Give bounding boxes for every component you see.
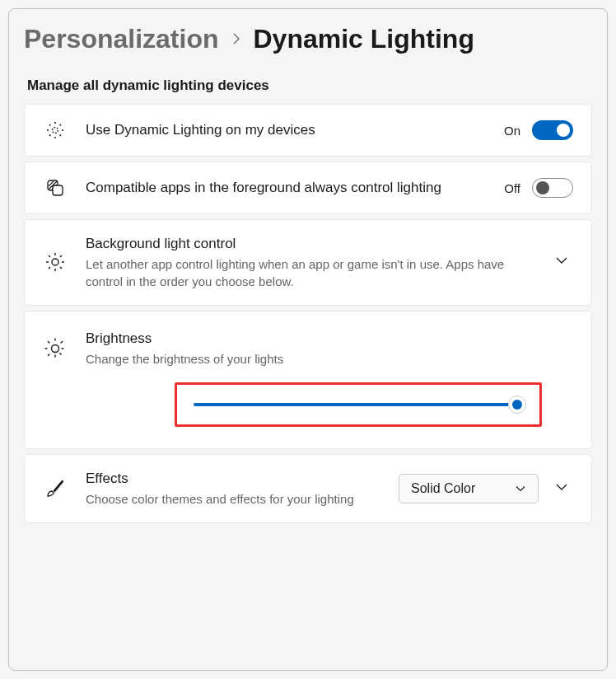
svg-point-13 [52,344,59,352]
brightness-slider-highlight [175,382,542,427]
effects-selected-value: Solid Color [411,481,475,496]
brush-icon [43,478,68,499]
setting-title: Background light control [86,235,532,254]
breadcrumb-parent[interactable]: Personalization [24,24,219,54]
chevron-right-icon [231,30,242,49]
effects-select[interactable]: Solid Color [399,474,539,503]
svg-line-19 [60,354,63,356]
setting-title: Compatible apps in the foreground always… [86,179,486,198]
svg-point-12 [52,259,58,265]
svg-point-1 [49,124,61,136]
svg-point-9 [59,134,61,136]
breadcrumb-current: Dynamic Lighting [254,24,474,54]
svg-line-21 [49,354,51,356]
toggle-state-label: Off [504,181,520,195]
svg-point-2 [54,122,56,124]
apps-icon [43,177,68,199]
use-dynamic-lighting-toggle[interactable] [532,120,573,140]
gear-icon [43,251,68,273]
setting-title: Effects [86,470,380,489]
svg-point-7 [59,124,61,126]
chevron-down-icon [515,483,526,494]
background-light-control-row[interactable]: Background light control Let another app… [24,219,592,306]
svg-rect-11 [53,185,63,195]
svg-point-0 [53,128,58,133]
use-dynamic-lighting-row: Use Dynamic Lighting on my devices On [24,104,592,157]
svg-point-3 [54,137,56,138]
expand-button[interactable] [550,249,573,275]
setting-title: Brightness [86,330,573,349]
brightness-row: Brightness Change the brightness of your… [24,311,592,449]
brightness-slider[interactable] [194,403,523,406]
svg-point-5 [62,129,63,131]
toggle-state-label: On [504,124,520,138]
svg-line-20 [60,341,63,344]
section-title: Manage all dynamic lighting devices [24,77,592,94]
svg-point-4 [47,129,49,131]
setting-title: Use Dynamic Lighting on my devices [86,121,486,140]
compatible-apps-row: Compatible apps in the foreground always… [24,162,592,214]
dynamic-lighting-icon [43,119,68,141]
setting-description: Change the brightness of your lights [86,350,573,368]
breadcrumb: Personalization Dynamic Lighting [24,24,592,54]
compatible-apps-toggle[interactable] [532,178,573,198]
effects-row: Effects Choose color themes and effects … [24,454,592,523]
svg-line-18 [49,341,51,344]
svg-point-8 [49,134,51,136]
slider-thumb[interactable] [508,396,526,414]
brightness-icon [43,337,68,360]
setting-description: Choose color themes and effects for your… [86,490,380,508]
svg-point-6 [49,124,51,126]
expand-button[interactable] [550,475,573,502]
setting-description: Let another app control lighting when an… [86,255,532,290]
